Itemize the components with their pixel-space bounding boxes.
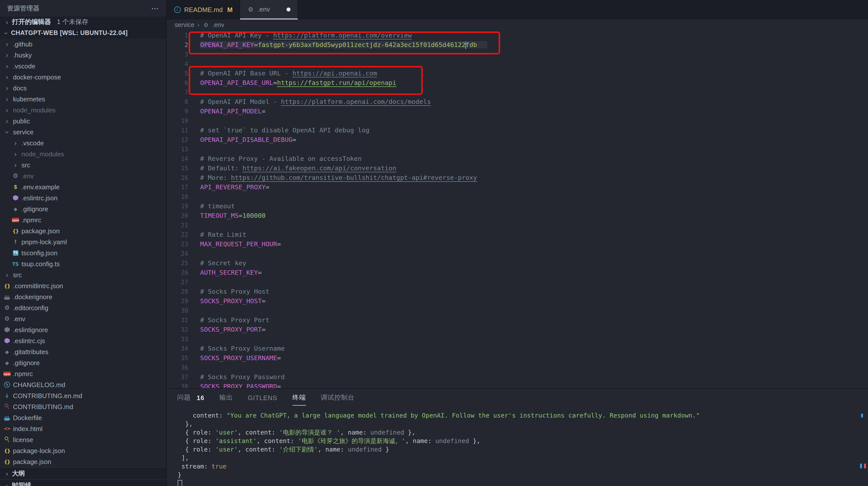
code-line-7[interactable]: 7 — [167, 87, 868, 97]
code-line-26[interactable]: 26AUTH_SECRET_KEY= — [167, 268, 868, 277]
tree-file-.npmrc[interactable]: npm.npmrc — [0, 368, 166, 379]
code-line-32[interactable]: 32SOCKS_PROXY_PORT= — [167, 325, 868, 334]
tree-folder-node_modules[interactable]: ›node_modules — [0, 148, 166, 159]
tree-file-.env[interactable]: ⚙.env — [0, 170, 166, 181]
code-line-2[interactable]: 2OPENAI_API_KEY=fastgpt-y6b3axfbdd5wyp01… — [167, 40, 868, 50]
project-root-item[interactable]: › CHATGPT-WEB [WSL: UBUNTU-22.04] — [0, 27, 166, 38]
code-line-6[interactable]: 6OPENAI_API_BASE_URL=https://fastgpt.run… — [167, 78, 868, 87]
code-line-23[interactable]: 23MAX_REQUEST_PER_HOUR= — [167, 239, 868, 249]
panel-tab-调试控制台[interactable]: 调试控制台 — [321, 389, 354, 406]
code-line-16[interactable]: 16# More: https://github.com/transitive-… — [167, 173, 868, 182]
code-line-1[interactable]: 1# OpenAI API Key - https://platform.ope… — [167, 30, 868, 40]
tree-folder-service[interactable]: ›service — [0, 126, 166, 137]
code-line-21[interactable]: 21 — [167, 220, 868, 230]
panel-tab-问题[interactable]: 问题16 — [177, 389, 205, 406]
code-line-28[interactable]: 28# Socks Proxy Host — [167, 287, 868, 296]
line-number: 20 — [167, 212, 188, 219]
tree-file-CONTRIBUTING.md[interactable]: CONTRIBUTING.md — [0, 401, 166, 412]
tree-file-license[interactable]: license — [0, 434, 166, 445]
open-editors-section[interactable]: › 打开的编辑器 1 个未保存 — [0, 17, 166, 27]
tree-file-tsup.config.ts[interactable]: TStsup.config.ts — [0, 258, 166, 269]
code-line-19[interactable]: 19# timeout — [167, 201, 868, 211]
code-line-14[interactable]: 14# Reverse Proxy - Available on accessT… — [167, 154, 868, 163]
tree-file-.env[interactable]: ⚙.env — [0, 313, 166, 324]
panel-tab-输出[interactable]: 输出 — [219, 389, 233, 406]
tab-readme-md[interactable]: iREADME.mdM — [167, 0, 240, 20]
code-line-34[interactable]: 34# Socks Proxy Username — [167, 344, 868, 353]
tree-folder-.vscode[interactable]: ›.vscode — [0, 60, 166, 72]
code-line-33[interactable]: 33 — [167, 334, 868, 344]
code-line-29[interactable]: 29SOCKS_PROXY_HOST= — [167, 296, 868, 306]
tree-file-.gitignore[interactable]: ◆.gitignore — [0, 357, 166, 368]
code-line-30[interactable]: 30 — [167, 306, 868, 315]
code-line-36[interactable]: 36 — [167, 363, 868, 372]
tree-file-.dockerignore[interactable]: .dockerignore — [0, 291, 166, 302]
tree-folder-public[interactable]: ›public — [0, 115, 166, 126]
code-line-22[interactable]: 22# Rate Limit — [167, 230, 868, 239]
tree-file-.npmrc[interactable]: npm.npmrc — [0, 214, 166, 225]
code-editor[interactable]: 1# OpenAI API Key - https://platform.ope… — [167, 30, 868, 388]
tree-file-CHANGELOG.md[interactable]: CHANGELOG.md — [0, 379, 166, 390]
code-line-5[interactable]: 5# OpenAI API Base URL - https://api.ope… — [167, 68, 868, 78]
code-line-13[interactable]: 13 — [167, 144, 868, 154]
tree-file-package.json[interactable]: {}package.json — [0, 456, 166, 467]
code-line-17[interactable]: 17API_REVERSE_PROXY= — [167, 182, 868, 192]
code-line-9[interactable]: 9OPENAI_API_MODEL= — [167, 106, 868, 116]
tree-folder-docker-compose[interactable]: ›docker-compose — [0, 72, 166, 82]
tree-file-.gitignore[interactable]: ◆.gitignore — [0, 203, 166, 214]
code-line-15[interactable]: 15# Default: https://ai.fakeopen.com/api… — [167, 163, 868, 173]
tree-file-CONTRIBUTING.en.md[interactable]: ↓CONTRIBUTING.en.md — [0, 390, 166, 401]
tree-file-package.json[interactable]: {}package.json — [0, 225, 166, 236]
tree-folder-src[interactable]: ›src — [0, 159, 166, 170]
dirty-dot-icon[interactable] — [286, 7, 290, 11]
tree-file-.eslintignore[interactable]: .eslintignore — [0, 324, 166, 335]
code-line-18[interactable]: 18 — [167, 192, 868, 201]
tree-file-.env.example[interactable]: $.env.example — [0, 181, 166, 192]
tree-folder-kubernetes[interactable]: ›kubernetes — [0, 93, 166, 105]
tree-file-.editorconfig[interactable]: ⚙.editorconfig — [0, 302, 166, 313]
code-line-24[interactable]: 24 — [167, 249, 868, 258]
braces-icon: {} — [3, 282, 10, 289]
code-line-11[interactable]: 11# set `true` to disable OpenAI API deb… — [167, 125, 868, 135]
code-line-25[interactable]: 25# Secret key — [167, 258, 868, 268]
tab--env[interactable]: ⚙.env — [240, 0, 298, 20]
tree-file-pnpm-lock.yaml[interactable]: !pnpm-lock.yaml — [0, 236, 166, 247]
timeline-section[interactable]: › 时间线 — [0, 479, 166, 486]
tree-folder-.vscode[interactable]: ›.vscode — [0, 137, 166, 148]
tree-file-.commitlintrc.json[interactable]: {}.commitlintrc.json — [0, 280, 166, 291]
panel-tab-GITLENS[interactable]: GITLENS — [248, 389, 277, 406]
tree-file-index.html[interactable]: <>index.html — [0, 423, 166, 434]
line-number: 33 — [167, 335, 188, 342]
code-line-37[interactable]: 37# Socks Proxy Password — [167, 372, 868, 381]
tree-folder-.husky[interactable]: ›.husky — [0, 50, 166, 60]
terminal-output[interactable]: content: "You are ChatGPT, a large langu… — [167, 406, 868, 486]
breadcrumb-folder[interactable]: service — [175, 22, 194, 28]
tree-file-.eslintrc.cjs[interactable]: .eslintrc.cjs — [0, 335, 166, 346]
more-actions-icon[interactable]: ⋯ — [151, 4, 159, 13]
breadcrumb-file[interactable]: .env — [212, 22, 224, 28]
tree-file-package-lock.json[interactable]: {}package-lock.json — [0, 445, 166, 456]
code-line-38[interactable]: 38SOCKS_PROXY_PASSWORD= — [167, 381, 868, 388]
code-line-31[interactable]: 31# Socks Proxy Port — [167, 315, 868, 325]
tree-folder-docs[interactable]: ›docs — [0, 82, 166, 93]
code-line-4[interactable]: 4 — [167, 59, 868, 68]
tree-item-label: CONTRIBUTING.md — [13, 403, 73, 410]
code-line-12[interactable]: 12OPENAI_API_DISABLE_DEBUG= — [167, 135, 868, 144]
tree-file-.gitattributes[interactable]: ◆.gitattributes — [0, 346, 166, 357]
code-line-8[interactable]: 8# OpenAI API Model - https://platform.o… — [167, 97, 868, 106]
tree-folder-node_modules[interactable]: ›node_modules — [0, 105, 166, 115]
tree-file-.eslintrc.json[interactable]: .eslintrc.json — [0, 192, 166, 203]
code-line-3[interactable]: 3 — [167, 50, 868, 59]
tree-file-Dockerfile[interactable]: Dockerfile — [0, 412, 166, 423]
code-line-20[interactable]: 20TIMEOUT_MS=100000 — [167, 211, 868, 220]
terminal-line-6: ], — [178, 454, 868, 462]
outline-section[interactable]: › 大纲 — [0, 467, 166, 479]
tree-folder-src[interactable]: ›src — [0, 269, 166, 280]
terminal-decoration-blue — [860, 463, 862, 468]
code-line-35[interactable]: 35SOCKS_PROXY_USERNAME= — [167, 353, 868, 363]
panel-tab-终端[interactable]: 终端 — [292, 389, 306, 406]
tree-folder-.github[interactable]: ›.github — [0, 38, 166, 50]
tree-file-tsconfig.json[interactable]: TStsconfig.json — [0, 247, 166, 258]
code-line-10[interactable]: 10 — [167, 116, 868, 125]
code-line-27[interactable]: 27 — [167, 277, 868, 287]
